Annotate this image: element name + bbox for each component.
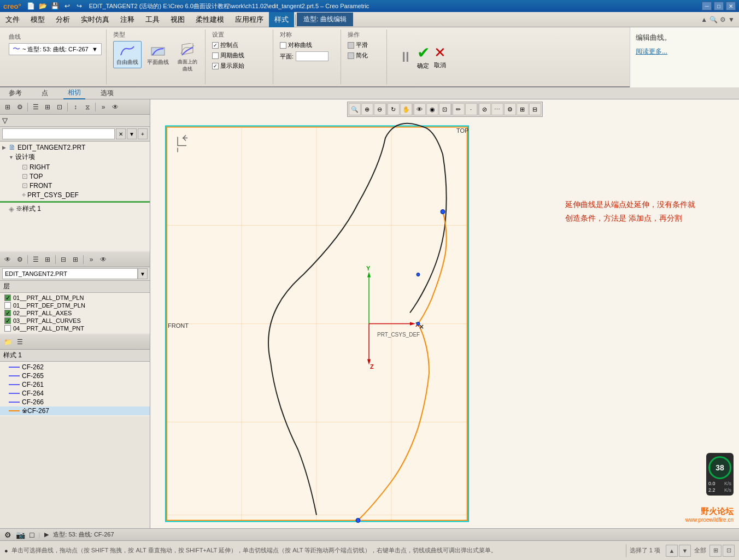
tree-root[interactable]: ▶ 🗎 EDIT_TANGENT2.PRT [0,143,150,152]
tree-right[interactable]: ⊡ RIGHT [0,162,150,172]
lp2-grid2-btn[interactable]: ⊞ [42,254,53,265]
smooth-checkbox[interactable] [348,42,354,49]
nav-down-icon[interactable]: ▼ [728,16,735,23]
periodic-check[interactable]: 周期曲线 [212,51,268,60]
simplify-check[interactable]: 简化 [348,51,382,60]
symmetric-curve-check[interactable]: 对称曲线 [280,41,336,49]
vp-more-btn[interactable]: ⋯ [491,103,503,115]
simplify-checkbox[interactable] [348,52,354,59]
smooth-check[interactable]: 平滑 [348,41,382,49]
layer-02-axes-check[interactable]: ✓ [4,310,11,316]
layer-04-pnt-check[interactable] [4,325,11,332]
subtab-tangent[interactable]: 相切 [63,87,85,99]
status-icon2[interactable]: 📷 [16,530,25,539]
menu-view[interactable]: 视图 [165,12,190,27]
nav-settings-icon[interactable]: ⚙ [720,16,726,23]
curve-cf267[interactable]: ※CF-267 [0,406,150,415]
vp-zoom-in-btn[interactable]: ⊕ [361,103,373,115]
layer-01-def-dtm[interactable]: 01__PRT_DEF_DTM_PLN [0,302,150,309]
menu-curve-edit[interactable]: 造型: 曲线编辑 [297,13,353,26]
toolbar-open-btn[interactable]: 📂 [38,1,49,11]
vp-extra2-btn[interactable]: ⊟ [529,103,541,115]
menu-file[interactable]: 文件 [0,12,25,27]
search-clear-btn[interactable]: ✕ [116,128,126,139]
confirm-btn[interactable]: ✔ 确定 [417,44,430,70]
lp-filter-btn[interactable]: ⧖ [82,102,93,113]
vp-wireframe-btn[interactable]: ⊡ [439,103,451,115]
vp-extra-btn[interactable]: ⊞ [517,103,529,115]
free-curve-btn[interactable]: 自由曲线 [113,41,142,68]
minimize-btn[interactable]: ─ [702,2,712,10]
lp2-preview2-btn[interactable]: 👁 [98,254,109,265]
infobar-btn2[interactable]: ▼ [679,545,691,557]
layer-04-pnt[interactable]: 04__PRT_ALL_DTM_PNT [0,325,150,332]
lp-preview-btn[interactable]: 👁 [110,102,121,113]
toolbar-redo-btn[interactable]: ↪ [74,1,85,11]
lp2-b-btn[interactable]: ⊞ [70,254,81,265]
layer-02-axes[interactable]: ✓ 02__PRT_ALL_AXES [0,309,150,317]
curves-folder-btn[interactable]: 📁 [2,337,13,347]
layer-03-curves[interactable]: ✓ 03__PRT_ALL_CURVES [0,317,150,325]
layer-01-all-dtm-check[interactable]: ✓ [4,294,11,301]
symmetric-checkbox[interactable] [280,42,286,49]
subtab-options[interactable]: 选项 [96,87,118,99]
periodic-checkbox[interactable] [212,52,219,59]
lp2-list2-btn[interactable]: ☰ [30,254,41,265]
nav-up-icon[interactable]: ▲ [701,16,707,23]
pause-btn[interactable]: ⏸ [398,49,413,66]
tree-front[interactable]: ⊡ FRONT [0,181,150,190]
help-link[interactable]: 阅读更多... [636,47,734,56]
search-add-btn[interactable]: + [138,128,148,139]
close-btn[interactable]: ✕ [726,2,736,10]
infobar-btn4[interactable]: ⊡ [723,545,735,557]
vp-point-btn[interactable]: · [465,103,477,115]
toolbar-save-btn[interactable]: 💾 [50,1,61,11]
lp-list-btn[interactable]: ☰ [30,102,41,113]
control-points-checkbox[interactable] [212,42,219,49]
menu-annotation[interactable]: 注释 [115,12,140,27]
nav-search-icon[interactable]: 🔍 [709,16,718,23]
menu-tools[interactable]: 工具 [140,12,165,27]
layer-file-dropdown[interactable]: ▼ [138,268,148,279]
cancel-btn[interactable]: ✕ 取消 [434,44,446,69]
search-dropdown-btn[interactable]: ▼ [127,128,137,139]
infobar-btn3[interactable]: ⊞ [709,545,722,557]
menu-simulation[interactable]: 实时仿真 [75,12,115,27]
toolbar-undo-btn[interactable]: ↩ [62,1,73,11]
show-origin-checkbox[interactable] [212,63,219,69]
curve-cf266[interactable]: CF-266 [0,398,150,406]
surface-curve-btn[interactable]: 曲面上的曲线 [174,41,201,75]
layer-01-def-dtm-check[interactable] [4,302,11,309]
vp-pan-btn[interactable]: ✋ [400,103,412,115]
subtab-points[interactable]: 点 [37,87,52,99]
lp-grid-btn[interactable]: ⊞ [42,102,53,113]
flat-input[interactable] [296,51,329,61]
menu-analysis[interactable]: 分析 [50,12,75,27]
menu-flexible[interactable]: 柔性建模 [190,12,230,27]
vp-zoom-out-btn[interactable]: ⊖ [374,103,386,115]
infobar-btn1[interactable]: ▲ [666,545,678,557]
search-input[interactable] [2,128,115,139]
layer-03-curves-check[interactable]: ✓ [4,317,11,324]
drawing-canvas[interactable]: X Y Z FRONT PRT_CSYS_DEF TOP [150,119,739,528]
filter-icon[interactable]: ▽ [2,116,8,125]
subtab-reference[interactable]: 参考 [4,87,26,99]
lp-sort-btn[interactable]: ↕ [70,102,81,113]
tree-csys[interactable]: ⌖ PRT_CSYS_DEF [0,190,150,200]
status-icon1[interactable]: ⚙ [4,530,11,539]
lp-settings-btn[interactable]: ⚙ [14,102,25,113]
layer-file-input[interactable] [2,268,138,279]
vp-shading-btn[interactable]: ◉ [426,103,438,115]
lp-more-btn[interactable]: » [98,102,109,113]
layer-01-all-dtm[interactable]: ✓ 01__PRT_ALL_DTM_PLN [0,294,150,302]
vp-view-btn[interactable]: 👁 [414,103,426,115]
lp2-more2-btn[interactable]: » [86,254,97,265]
vp-zoom-fit-btn[interactable]: 🔍 [349,103,361,115]
curves-list-btn[interactable]: ☰ [14,337,25,347]
show-origin-check[interactable]: 显示原始 [212,62,268,70]
lp2-a-btn[interactable]: ⊟ [58,254,69,265]
toolbar-new-btn[interactable]: 📄 [26,1,37,11]
menu-applications[interactable]: 应用程序 [230,12,269,27]
menu-model[interactable]: 模型 [25,12,50,27]
curve-cf264[interactable]: CF-264 [0,389,150,398]
